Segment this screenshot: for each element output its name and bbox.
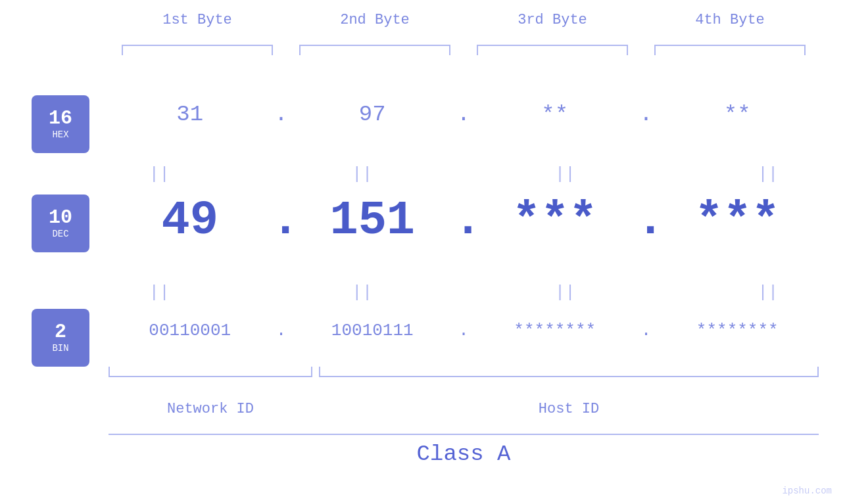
bin-val-3: ******** — [473, 321, 637, 340]
equals-row-2: || || || || — [109, 283, 819, 302]
eq2-4: || — [717, 283, 819, 302]
bin-val-2: 10010111 — [291, 321, 454, 340]
eq-1: || — [109, 164, 210, 184]
equals-row-1: || || || || — [109, 164, 819, 184]
hex-row: 31 . 97 . ** . ** — [109, 102, 819, 127]
hex-val-2: 97 — [291, 102, 454, 127]
host-bracket — [319, 367, 819, 377]
bracket-col-1 — [122, 45, 273, 55]
hex-val-3: ** — [473, 102, 637, 127]
dec-val-1: 49 — [109, 194, 272, 248]
eq2-1: || — [109, 283, 210, 302]
class-section: Class A — [109, 434, 819, 467]
bin-val-4: ******** — [656, 321, 819, 340]
eq-2: || — [312, 164, 413, 184]
hex-dot-3: . — [637, 102, 656, 127]
bin-dot-3: . — [637, 321, 656, 340]
watermark: ipshu.com — [782, 486, 832, 496]
bin-badge-label: BIN — [52, 343, 68, 354]
network-id-label: Network ID — [109, 401, 312, 417]
dec-val-3: *** — [473, 194, 637, 248]
bin-badge-num: 2 — [55, 322, 66, 342]
dec-dot-2: . — [454, 194, 473, 248]
hex-badge-label: HEX — [52, 129, 68, 140]
class-line — [109, 434, 819, 435]
column-headers: 1st Byte 2nd Byte 3rd Byte 4th Byte — [109, 12, 819, 28]
dec-val-4: *** — [656, 194, 819, 248]
host-id-label: Host ID — [319, 401, 819, 417]
bracket-col-2 — [299, 45, 450, 55]
hex-dot-2: . — [454, 102, 473, 127]
bin-dot-1: . — [272, 321, 291, 340]
network-bracket — [109, 367, 312, 377]
col-header-1: 1st Byte — [109, 12, 286, 28]
dec-badge: 10 DEC — [32, 195, 89, 252]
bin-val-1: 00110001 — [109, 321, 272, 340]
bracket-col-3 — [477, 45, 628, 55]
hex-badge-num: 16 — [49, 108, 72, 128]
col-header-3: 3rd Byte — [464, 12, 641, 28]
eq2-3: || — [514, 283, 616, 302]
dec-badge-label: DEC — [52, 229, 68, 239]
top-brackets — [109, 45, 819, 55]
dec-dot-1: . — [272, 194, 291, 248]
bin-badge: 2 BIN — [32, 309, 89, 367]
col-header-2: 2nd Byte — [286, 12, 464, 28]
hex-dot-1: . — [272, 102, 291, 127]
eq2-2: || — [312, 283, 413, 302]
hex-val-1: 31 — [109, 102, 272, 127]
eq-3: || — [514, 164, 616, 184]
bin-row: 00110001 . 10010111 . ******** . *******… — [109, 321, 819, 340]
dec-badge-num: 10 — [49, 208, 72, 227]
hex-badge: 16 HEX — [32, 95, 89, 153]
hex-val-4: ** — [656, 102, 819, 127]
dec-row: 49 . 151 . *** . *** — [109, 194, 819, 248]
class-label: Class A — [417, 442, 511, 467]
col-header-4: 4th Byte — [641, 12, 819, 28]
main-container: 1st Byte 2nd Byte 3rd Byte 4th Byte 16 H… — [0, 0, 845, 504]
bracket-col-4 — [654, 45, 806, 55]
bin-dot-2: . — [454, 321, 473, 340]
eq-4: || — [717, 164, 819, 184]
dec-dot-3: . — [637, 194, 656, 248]
dec-val-2: 151 — [291, 194, 454, 248]
